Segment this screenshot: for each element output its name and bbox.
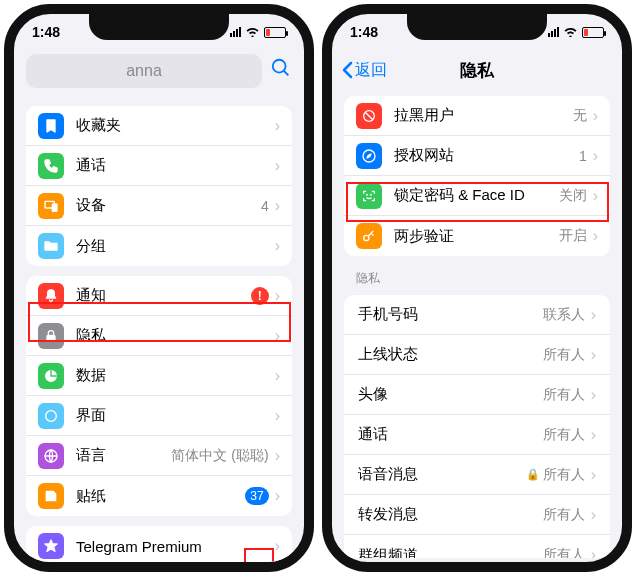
item-label: 头像 (358, 385, 543, 404)
list-item[interactable]: 上线状态所有人› (344, 335, 610, 375)
svg-marker-13 (367, 154, 371, 158)
item-label: 语音消息 (358, 465, 526, 484)
item-label: 隐私 (76, 326, 275, 345)
item-label: 语言 (76, 446, 171, 465)
item-value: 1 (579, 148, 587, 164)
folder-icon (38, 233, 64, 259)
item-label: 通话 (76, 156, 275, 175)
signal-icon (548, 27, 559, 37)
chevron-right-icon: › (275, 287, 280, 305)
back-button[interactable]: 返回 (342, 60, 387, 81)
item-value: 所有人 (543, 506, 585, 524)
list-item[interactable]: 语言简体中文 (聪聪)› (26, 436, 292, 476)
list-item[interactable]: 分组› (26, 226, 292, 266)
list-item[interactable]: 贴纸37› (26, 476, 292, 516)
list-item[interactable]: 头像所有人› (344, 375, 610, 415)
page-title: 隐私 (460, 59, 494, 82)
search-row: anna (14, 50, 304, 96)
phone-icon (38, 153, 64, 179)
star-icon (38, 533, 64, 559)
clock: 1:48 (32, 24, 60, 40)
chevron-right-icon: › (275, 367, 280, 385)
svg-line-1 (284, 71, 289, 76)
status-indicators (548, 25, 604, 40)
item-label: 通知 (76, 286, 251, 305)
wifi-icon (563, 25, 578, 40)
battery-icon (264, 27, 286, 38)
item-label: 拉黑用户 (394, 106, 573, 125)
chevron-right-icon: › (593, 107, 598, 125)
list-item[interactable]: 转发消息所有人› (344, 495, 610, 535)
item-label: 群组频道 (358, 546, 543, 559)
chevron-right-icon: › (593, 187, 598, 205)
item-label: 通话 (358, 425, 543, 444)
list-item[interactable]: 授权网站1› (344, 136, 610, 176)
block-icon (356, 103, 382, 129)
item-label: Telegram Premium (76, 538, 275, 555)
item-label: 上线状态 (358, 345, 543, 364)
item-value: 所有人 (543, 346, 585, 364)
phone-right: 1:48 返回 隐私 拉黑用户无›授权网站1›锁定密码 & Face ID关闭›… (322, 4, 632, 572)
list-item[interactable]: 通话所有人› (344, 415, 610, 455)
privacy-list[interactable]: 拉黑用户无›授权网站1›锁定密码 & Face ID关闭›两步验证开启› 隐私 … (332, 90, 622, 558)
settings-group: Telegram Premium› (26, 526, 292, 564)
list-item[interactable]: 语音消息🔒所有人› (344, 455, 610, 495)
item-label: 数据 (76, 366, 275, 385)
phone-left: 1:48 anna 收藏夹›通话›设备4›分组›通知!›隐私›数据›界面›语言简… (4, 4, 314, 572)
list-item[interactable]: 群组频道所有人› (344, 535, 610, 558)
key-icon (356, 223, 382, 249)
chart-icon (38, 363, 64, 389)
chevron-right-icon: › (591, 426, 596, 444)
list-item[interactable]: 锁定密码 & Face ID关闭› (344, 176, 610, 216)
list-item[interactable]: 通话› (26, 146, 292, 186)
list-item[interactable]: 隐私› (26, 316, 292, 356)
compass-icon (356, 143, 382, 169)
item-value: 4 (261, 198, 269, 214)
item-value: 所有人 (543, 426, 585, 444)
list-item[interactable]: 设备4› (26, 186, 292, 226)
list-item[interactable]: 收藏夹› (26, 106, 292, 146)
svg-line-11 (366, 112, 373, 119)
list-item[interactable]: Telegram Premium› (26, 526, 292, 564)
chevron-right-icon: › (591, 306, 596, 324)
item-value: 🔒所有人 (526, 466, 585, 484)
list-item[interactable]: 两步验证开启› (344, 216, 610, 256)
list-item[interactable]: 拉黑用户无› (344, 96, 610, 136)
chevron-right-icon: › (275, 447, 280, 465)
alert-badge: ! (251, 287, 269, 305)
settings-list[interactable]: 收藏夹›通话›设备4›分组›通知!›隐私›数据›界面›语言简体中文 (聪聪)›贴… (14, 96, 304, 564)
item-value: 无 (573, 107, 587, 125)
list-item[interactable]: 手机号码联系人› (344, 295, 610, 335)
item-label: 分组 (76, 237, 275, 256)
list-item[interactable]: 数据› (26, 356, 292, 396)
item-label: 设备 (76, 196, 261, 215)
chevron-right-icon: › (275, 237, 280, 255)
faceid-icon (356, 183, 382, 209)
chevron-right-icon: › (275, 117, 280, 135)
svg-rect-3 (52, 204, 57, 211)
item-value: 联系人 (543, 306, 585, 324)
chevron-right-icon: › (275, 327, 280, 345)
chevron-right-icon: › (591, 346, 596, 364)
notch (89, 12, 229, 40)
sticker-icon (38, 483, 64, 509)
item-label: 转发消息 (358, 505, 543, 524)
circle-icon (38, 403, 64, 429)
search-input[interactable]: anna (26, 54, 262, 88)
search-icon[interactable] (270, 57, 292, 85)
lock-icon: 🔒 (526, 468, 540, 481)
list-item[interactable]: 通知!› (26, 276, 292, 316)
lock-icon (38, 323, 64, 349)
item-label: 贴纸 (76, 487, 245, 506)
item-value: 开启 (559, 227, 587, 245)
item-label: 手机号码 (358, 305, 543, 324)
item-label: 授权网站 (394, 146, 579, 165)
chevron-right-icon: › (593, 227, 598, 245)
svg-point-8 (49, 495, 50, 496)
svg-point-0 (273, 60, 286, 73)
battery-icon (582, 27, 604, 38)
list-item[interactable]: 界面› (26, 396, 292, 436)
chevron-right-icon: › (591, 466, 596, 484)
settings-group: 通知!›隐私›数据›界面›语言简体中文 (聪聪)›贴纸37› (26, 276, 292, 516)
chevron-right-icon: › (593, 147, 598, 165)
